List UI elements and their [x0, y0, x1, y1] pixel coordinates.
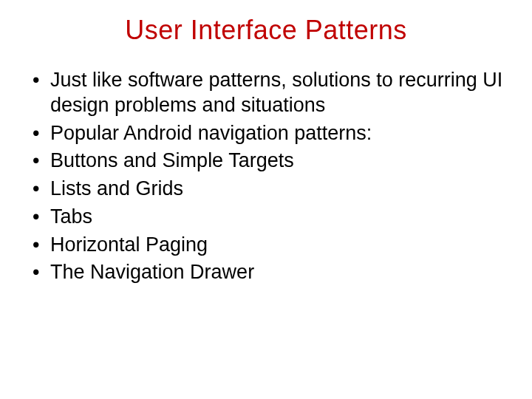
- bullet-list: Just like software patterns, solutions t…: [22, 68, 510, 285]
- bullet-item: Just like software patterns, solutions t…: [30, 68, 510, 118]
- bullet-item: Lists and Grids: [30, 177, 510, 202]
- bullet-item: Tabs: [30, 205, 510, 230]
- bullet-item: Horizontal Paging: [30, 233, 510, 258]
- bullet-item: The Navigation Drawer: [30, 260, 510, 285]
- slide-title: User Interface Patterns: [22, 15, 510, 46]
- bullet-item: Popular Android navigation patterns:: [30, 121, 510, 146]
- bullet-item: Buttons and Simple Targets: [30, 149, 510, 174]
